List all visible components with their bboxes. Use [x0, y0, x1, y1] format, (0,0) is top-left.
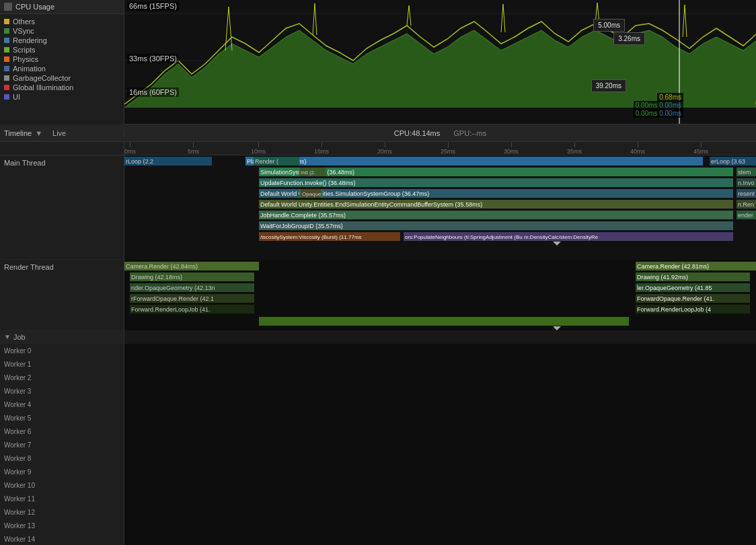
ruler-track: 0ms5ms10ms15ms20ms25ms30ms35ms40ms45ms	[124, 142, 756, 155]
legend-label: Global Illumination	[13, 83, 74, 92]
legend-item-rendering[interactable]: Rendering	[4, 36, 120, 45]
legend-label: Physics	[13, 55, 38, 63]
svg-rect-71	[124, 330, 756, 344]
svg-text:WaitForJobGroupID (35.57ms): WaitForJobGroupID (35.57ms)	[260, 223, 343, 229]
svg-text:Drawing (41.92ms): Drawing (41.92ms)	[637, 274, 688, 281]
live-label: Live	[52, 129, 66, 137]
ruler-mark-2: 10ms	[251, 142, 266, 155]
cpu-usage-label: CPU Usage	[15, 3, 54, 11]
legend-color-others	[4, 19, 9, 24]
cpu-usage-header: CPU Usage	[0, 0, 124, 14]
legend-label: Scripts	[13, 46, 36, 54]
worker-label-2: Worker 2	[0, 371, 124, 384]
svg-text:Init (2.: Init (2.	[301, 170, 315, 176]
svg-text:ors:PopulateNeighbours (ti:Spr: ors:PopulateNeighbours (ti:SpringAdjustm…	[405, 234, 599, 240]
ruler-mark-5: 25ms	[441, 142, 455, 155]
worker-label-14: Worker 14	[0, 532, 124, 545]
legend-item-ui[interactable]: UI	[4, 92, 120, 102]
legend-item-animation[interactable]: Animation	[4, 64, 120, 73]
legend-color-scripts	[4, 47, 9, 52]
legend-label: UI	[13, 93, 20, 101]
scroll-area[interactable]: Main Thread Render Thread ▼ Job Worker 0…	[0, 155, 756, 545]
fps-16-label: 16ms (60FPS)	[127, 87, 179, 97]
ruler-container: 0ms5ms10ms15ms20ms25ms30ms35ms40ms45ms	[0, 142, 756, 155]
svg-text:UpdateFunction.Invoke() (36.48: UpdateFunction.Invoke() (36.48ms)	[260, 180, 356, 186]
cpu-info: CPU:48.14ms	[394, 129, 440, 137]
worker-label-8: Worker 8	[0, 451, 124, 465]
ruler-mark-0: 0ms	[124, 142, 136, 155]
worker-labels: Worker 0Worker 1Worker 2Worker 3Worker 4…	[0, 344, 124, 545]
worker-label-1: Worker 1	[0, 357, 124, 371]
svg-text:Default World Unity.Entities.E: Default World Unity.Entities.EndSimulati…	[260, 201, 482, 208]
labels-column: Main Thread Render Thread ▼ Job Worker 0…	[0, 155, 124, 545]
svg-text:Forward.RenderLoopJob (41.: Forward.RenderLoopJob (41.	[131, 306, 211, 313]
legend-color-physics	[4, 57, 9, 62]
legend-item-physics[interactable]: Physics	[4, 54, 120, 64]
svg-rect-8	[245, 157, 703, 166]
job-section-label: Job	[13, 333, 26, 341]
worker-label-9: Worker 9	[0, 465, 124, 478]
svg-text:nder.OpaqueGeometry (42.13n: nder.OpaqueGeometry (42.13n	[131, 285, 215, 291]
legend-item-global-illumination[interactable]: Global Illumination	[4, 83, 120, 92]
svg-text:Camera.Render (42.84ms): Camera.Render (42.84ms)	[126, 263, 198, 270]
svg-text:/iscositySystem:Viscosity (Bur: /iscositySystem:Viscosity (Burst) (11.77…	[260, 234, 362, 240]
worker-label-6: Worker 6	[0, 425, 124, 438]
svg-text:n.Ren: n.Ren	[738, 201, 754, 208]
svg-text:ender: ender	[738, 212, 753, 219]
worker-label-4: Worker 4	[0, 398, 124, 411]
timeline-controls: Timeline ▼ Live CPU:48.14ms GPU:--ms	[0, 124, 756, 142]
worker-label-0: Worker 0	[0, 344, 124, 357]
job-collapse-icon[interactable]: ▼	[4, 333, 11, 340]
render-thread-label: Render Thread	[4, 263, 54, 271]
svg-text:erLoop (3.63: erLoop (3.63	[711, 158, 745, 165]
legend-color-ui	[4, 94, 9, 100]
svg-text:ler.OpaqueGeometry (41.85: ler.OpaqueGeometry (41.85	[637, 285, 712, 291]
worker-label-7: Worker 7	[0, 438, 124, 451]
tracks-column: rLoop (2.2 PlayerLoop (39.77ms) erLoop (…	[124, 155, 756, 545]
svg-text:Drawing (42.18ms): Drawing (42.18ms)	[131, 274, 182, 281]
legend-item-scripts[interactable]: Scripts	[4, 45, 120, 54]
job-section-header[interactable]: ▼ Job	[0, 330, 124, 344]
timeline-label-area: Timeline ▼ Live	[0, 129, 124, 137]
fps-66-label: 66ms (15FPS)	[127, 1, 179, 11]
ruler-mark-9: 45ms	[693, 142, 708, 155]
cpu-gpu-display: CPU:48.14ms GPU:--ms	[124, 129, 756, 137]
svg-text:n.Invo: n.Invo	[738, 180, 755, 186]
worker-label-13: Worker 13	[0, 519, 124, 532]
render-thread-label-container: Render Thread	[0, 260, 124, 330]
ruler-mark-1: 5ms	[188, 142, 199, 155]
timeline-label: Timeline	[4, 129, 32, 137]
ruler-mark-7: 35ms	[567, 142, 582, 155]
legend-color-vsync	[4, 28, 9, 34]
legend-color-animation	[4, 66, 9, 71]
fps-33-label: 33ms (30FPS)	[127, 54, 179, 63]
tracks-svg: rLoop (2.2 PlayerLoop (39.77ms) erLoop (…	[124, 155, 756, 545]
svg-rect-69	[259, 317, 629, 326]
legend-color-garbagecollector	[4, 75, 9, 81]
svg-text:Forward.RenderLoopJob (4: Forward.RenderLoopJob (4	[637, 306, 711, 313]
legend-color-global-illumination	[4, 85, 9, 90]
legend-label: GarbageCollector	[13, 74, 71, 82]
legend-item-vsync[interactable]: VSync	[4, 26, 120, 36]
tooltip-000b: 0.00ms 0.00ms	[634, 109, 683, 118]
svg-text:Camera.Render (42.81ms): Camera.Render (42.81ms)	[637, 263, 709, 270]
legend-item-others[interactable]: Others	[4, 17, 120, 26]
legend-item-garbagecollector[interactable]: GarbageCollector	[4, 73, 120, 83]
ruler-mark-6: 30ms	[504, 142, 519, 155]
dropdown-arrow[interactable]: ▼	[35, 129, 42, 137]
svg-text:resent: resent	[738, 190, 755, 197]
legend-label: Rendering	[13, 36, 47, 44]
ruler-mark-3: 15ms	[314, 142, 329, 155]
svg-text:JobHandle.Complete (35.57ms): JobHandle.Complete (35.57ms)	[260, 212, 346, 219]
legend-color-rendering	[4, 38, 9, 43]
ruler-left-spacer	[0, 142, 124, 155]
svg-text:rLoop (2.2: rLoop (2.2	[126, 158, 153, 165]
legend-label: Others	[13, 17, 35, 26]
svg-text:rForwardOpaque.Render (42.1: rForwardOpaque.Render (42.1	[131, 295, 214, 302]
cpu-icon	[4, 3, 12, 11]
svg-text:Default World Unity.Entities.S: Default World Unity.Entities.SimulationS…	[260, 190, 429, 197]
main-thread-label: Main Thread	[4, 159, 46, 167]
svg-text:ForwardOpaque.Render (41.: ForwardOpaque.Render (41.	[637, 295, 714, 302]
worker-label-11: Worker 11	[0, 492, 124, 505]
legend-label: VSync	[13, 27, 34, 35]
